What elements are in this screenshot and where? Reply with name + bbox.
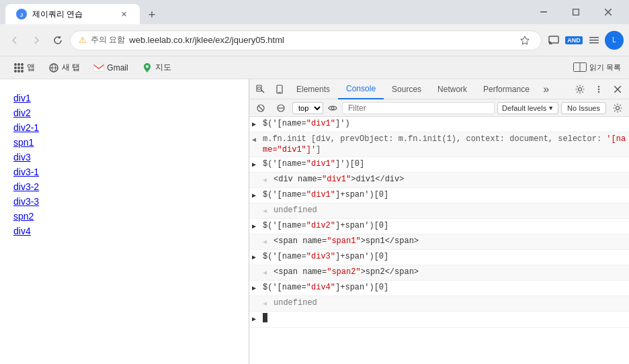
devtools-menu-button[interactable] <box>590 81 607 98</box>
tab-favicon: J <box>16 9 27 19</box>
back-button[interactable] <box>5 31 24 50</box>
reading-mode-icon[interactable] <box>573 62 587 73</box>
console-expand-arrow-9[interactable]: ▶ <box>252 251 263 263</box>
svg-point-16 <box>21 66 24 69</box>
page-link-div2[interactable]: div2 <box>13 107 235 118</box>
chrome-menu-icon[interactable] <box>585 31 603 50</box>
devtools-inspect-button[interactable] <box>252 81 269 98</box>
default-levels-button[interactable]: Default levels ▼ <box>497 102 558 114</box>
tab-network[interactable]: Network <box>429 79 475 99</box>
toolbar-right: AND L <box>544 31 624 50</box>
cast-icon[interactable] <box>544 31 563 50</box>
bookmark-gmail-label: Gmail <box>107 63 128 73</box>
console-line-8: ◀ <span name="span1">spn1</span> <box>249 234 629 250</box>
no-issues-button[interactable]: No Issues <box>561 102 606 114</box>
svg-rect-23 <box>94 64 104 71</box>
console-expand-arrow-1[interactable]: ▶ <box>252 118 263 130</box>
console-text-9: $('[name="div3"]+span')[0] <box>263 251 626 262</box>
active-tab[interactable]: J 제이쿼리 연습 ✕ <box>5 4 140 24</box>
bookmark-maps[interactable]: 지도 <box>136 59 177 76</box>
reading-list-label[interactable]: 읽기 목록 <box>589 62 621 73</box>
console-result-arrow-6: ◀ <box>263 205 274 217</box>
page-link-spn1[interactable]: spn1 <box>13 137 235 148</box>
console-line-3: ▶ $('[name="div1"]')[0] <box>249 157 629 173</box>
window-controls <box>528 2 624 22</box>
console-line-6: ◀ undefined <box>249 203 629 219</box>
svg-point-29 <box>258 87 261 89</box>
devtools-more-tabs-button[interactable]: » <box>538 81 555 98</box>
page-content: div1 div2 div2-1 spn1 div3 div3-1 div3-2… <box>0 79 249 364</box>
forward-button[interactable] <box>27 31 46 50</box>
bookmarks-bar: 앱 새 탭 Gmail 지도 읽기 목록 <box>0 56 629 79</box>
tab-elements[interactable]: Elements <box>288 79 338 99</box>
address-input[interactable]: ⚠ 주의 요함 web.leelab.co.kr/jklee/ex2/jquer… <box>70 30 542 50</box>
console-text-8: <span name="span1">spn1</span> <box>274 236 626 246</box>
svg-point-12 <box>17 63 20 66</box>
console-expand-arrow-5[interactable]: ▶ <box>252 189 263 201</box>
console-settings-button[interactable] <box>609 99 626 117</box>
tab-title: 제이쿼리 연습 <box>32 9 83 20</box>
devtools-device-button[interactable] <box>271 81 288 98</box>
tab-close-button[interactable]: ✕ <box>118 9 129 19</box>
svg-point-14 <box>14 66 17 69</box>
devtools-close-button[interactable] <box>609 81 626 98</box>
svg-rect-9 <box>589 40 599 41</box>
extensions-icon[interactable]: AND <box>564 31 583 50</box>
profile-button[interactable]: L <box>605 31 624 50</box>
console-text-3: $('[name="div1"]')[0] <box>263 158 626 169</box>
svg-line-28 <box>261 90 264 93</box>
minimize-button[interactable] <box>528 2 559 22</box>
address-bar: ⚠ 주의 요함 web.leelab.co.kr/jklee/ex2/jquer… <box>0 24 629 56</box>
svg-line-39 <box>259 106 263 110</box>
page-link-div4[interactable]: div4 <box>13 226 235 236</box>
console-block-button[interactable] <box>272 99 290 117</box>
close-window-button[interactable] <box>593 2 624 22</box>
console-clear-button[interactable] <box>252 99 269 117</box>
page-link-div2-1[interactable]: div2-1 <box>13 122 235 133</box>
bookmark-gmail[interactable]: Gmail <box>88 60 133 75</box>
bookmark-star-icon[interactable] <box>517 32 533 48</box>
tab-performance[interactable]: Performance <box>475 79 538 99</box>
console-input-area[interactable] <box>263 313 626 326</box>
svg-point-43 <box>616 106 620 109</box>
bookmark-apps[interactable]: 앱 <box>8 59 40 76</box>
svg-point-19 <box>21 70 24 73</box>
devtools-right-controls <box>571 81 626 98</box>
console-line-7: ▶ $('[name="div2"]+span')[0] <box>249 219 629 234</box>
console-eye-button[interactable] <box>326 101 339 115</box>
console-toolbar: top Default levels ▼ No Issues <box>249 99 629 117</box>
reload-button[interactable] <box>48 31 67 50</box>
execution-context-select[interactable]: top <box>292 102 323 114</box>
page-link-spn2[interactable]: spn2 <box>13 211 235 222</box>
svg-point-24 <box>146 65 149 68</box>
console-filter-input[interactable] <box>342 102 495 114</box>
page-link-div3-2[interactable]: div3-2 <box>13 181 235 192</box>
console-text-7: $('[name="div2"]+span')[0] <box>263 220 626 231</box>
svg-point-15 <box>17 66 20 69</box>
console-input-line[interactable]: ▶ <box>249 312 629 328</box>
filter-text-input[interactable] <box>345 102 491 114</box>
console-expand-arrow-7[interactable]: ▶ <box>252 220 263 232</box>
maximize-button[interactable] <box>560 2 591 22</box>
devtools-tabs: Elements Console Sources Network Perform… <box>288 79 571 99</box>
page-link-div1[interactable]: div1 <box>13 93 235 103</box>
page-link-div3-3[interactable]: div3-3 <box>13 196 235 207</box>
console-result-arrow-2[interactable]: ◀ <box>252 134 263 146</box>
url-display[interactable]: web.leelab.co.kr/jklee/ex2/jquery05.html <box>129 35 513 45</box>
console-cursor <box>263 313 267 322</box>
console-result-arrow-4: ◀ <box>263 174 274 186</box>
console-line-9: ▶ $('[name="div3"]+span')[0] <box>249 250 629 265</box>
page-link-div3[interactable]: div3 <box>13 152 235 163</box>
console-expand-arrow-11[interactable]: ▶ <box>252 282 263 294</box>
console-expand-arrow-3[interactable]: ▶ <box>252 158 263 171</box>
console-result-arrow-10: ◀ <box>263 267 274 279</box>
svg-point-33 <box>598 85 599 87</box>
tab-sources[interactable]: Sources <box>384 79 429 99</box>
console-text-12: undefined <box>274 298 626 308</box>
devtools-settings-button[interactable] <box>571 81 589 98</box>
new-tab-button[interactable]: + <box>142 5 161 24</box>
page-link-div3-1[interactable]: div3-1 <box>13 167 235 177</box>
console-output: ▶ $('[name="div1"]') ◀ m.fn.init [div, p… <box>249 117 629 364</box>
bookmark-newtab[interactable]: 새 탭 <box>43 59 85 76</box>
tab-console[interactable]: Console <box>338 79 384 99</box>
